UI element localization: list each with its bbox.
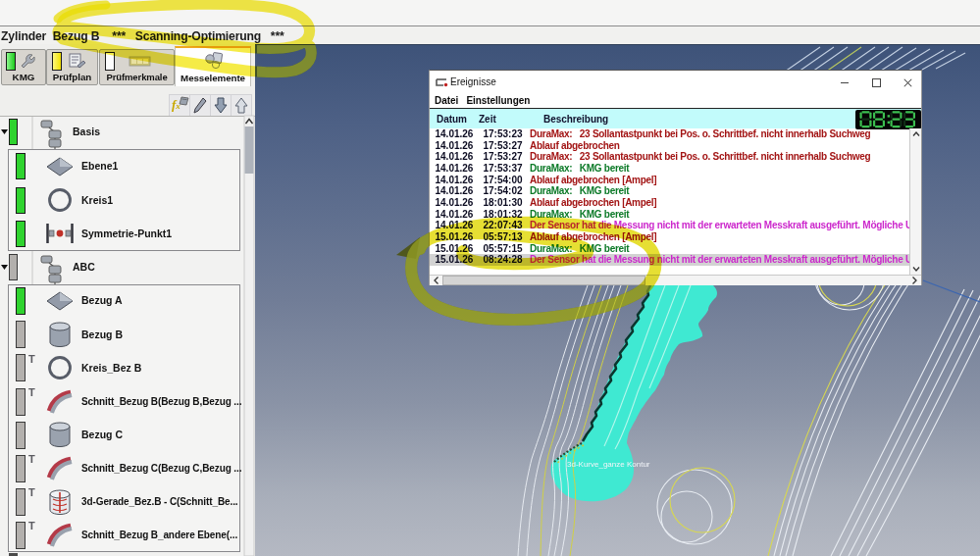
svg-text:T: T bbox=[28, 353, 35, 365]
svg-text:Basis: Basis bbox=[73, 126, 100, 137]
svg-text:Kreis_Bez B: Kreis_Bez B bbox=[81, 362, 142, 374]
svg-text:T: T bbox=[28, 453, 35, 465]
svg-text:Bezug B: Bezug B bbox=[81, 329, 123, 340]
svg-text:T: T bbox=[28, 486, 35, 498]
svg-text:3d-Gerade_Bez.B - C(Schnitt_Be: 3d-Gerade_Bez.B - C(Schnitt_Be... bbox=[81, 496, 238, 507]
svg-text:3d-Kurve_ganze Kontur: 3d-Kurve_ganze Kontur bbox=[567, 460, 650, 469]
svg-text:Schnitt_Bezug B_andere Ebene(.: Schnitt_Bezug B_andere Ebene(... bbox=[81, 530, 237, 540]
svg-text:ABC: ABC bbox=[73, 261, 95, 273]
svg-text:T: T bbox=[28, 386, 35, 398]
svg-text:Bezug C: Bezug C bbox=[81, 429, 123, 440]
svg-text:Ebene1: Ebene1 bbox=[81, 160, 119, 172]
svg-text:T: T bbox=[28, 520, 35, 531]
svg-text:Symmetrie-Punkt1: Symmetrie-Punkt1 bbox=[81, 227, 172, 239]
svg-text:Schnitt_Bezug C(Bezug C,Bezug: Schnitt_Bezug C(Bezug C,Bezug ... bbox=[81, 463, 242, 474]
svg-text:Bezug A: Bezug A bbox=[81, 294, 123, 306]
svg-text:Schnitt_Bezug B(Bezug B,Bezug: Schnitt_Bezug B(Bezug B,Bezug ... bbox=[81, 396, 242, 407]
svg-text:Kreis1: Kreis1 bbox=[81, 194, 113, 206]
